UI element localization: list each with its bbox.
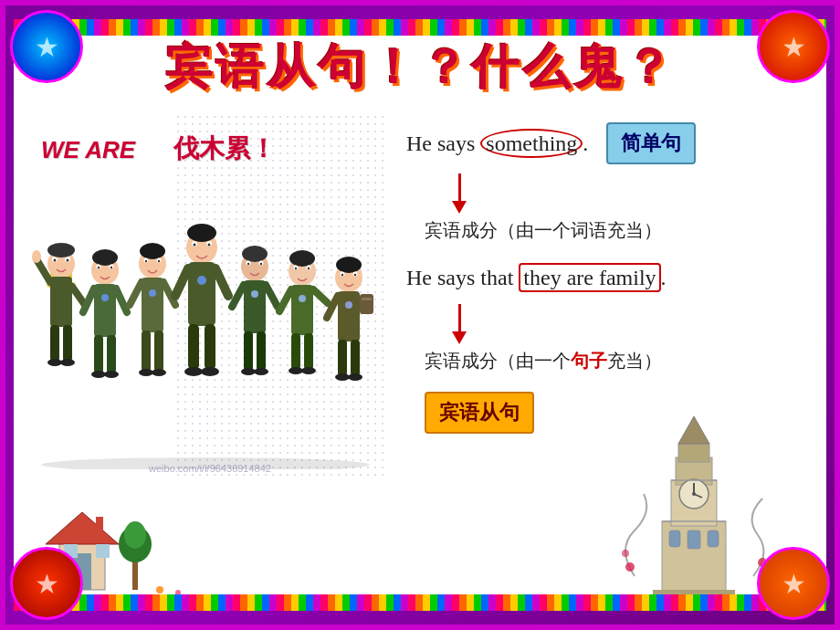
sentence2-before: He says that [406,266,519,289]
arrow2-head [452,331,467,344]
we-are-label: WE ARE [41,136,135,164]
sentence1-highlighted: something [480,129,583,158]
svg-rect-94 [362,298,372,300]
corner-decoration-tr [757,10,830,83]
svg-line-66 [232,285,244,307]
svg-point-5 [54,259,57,262]
desc2-red: 句子 [571,351,607,371]
desc1: 宾语成分（由一个词语充当） [406,218,808,243]
svg-point-10 [32,250,41,263]
svg-point-99 [335,373,350,381]
svg-line-25 [116,289,127,312]
svg-point-23 [101,294,109,301]
outer-border: 宾语从句！？什么鬼？ WE ARE 伐木累！ [0,0,840,630]
svg-rect-8 [50,277,72,327]
svg-rect-112 [708,530,719,547]
sentence1-before: He says [406,131,480,155]
svg-rect-92 [338,291,360,341]
svg-point-37 [149,289,156,297]
svg-point-45 [187,224,216,242]
svg-rect-105 [678,444,709,462]
svg-point-6 [67,259,69,262]
svg-point-62 [247,263,249,265]
svg-point-118 [622,550,629,557]
svg-marker-110 [678,416,709,444]
svg-point-70 [241,368,256,375]
svg-rect-12 [50,325,59,362]
svg-point-95 [345,301,352,309]
svg-point-133 [175,590,181,594]
svg-rect-124 [96,544,110,558]
left-image-area: WE ARE 伐木累！ [32,113,388,478]
chinese-label: 伐木累！ [173,131,276,166]
svg-point-43 [152,369,166,376]
watermark: weibo.com/i/i/96436914842 [149,463,271,474]
svg-point-20 [98,267,100,268]
arrow1 [452,173,467,214]
svg-point-31 [140,243,165,259]
svg-line-53 [215,268,228,296]
svg-line-80 [279,289,291,311]
svg-rect-26 [94,335,103,373]
arrow1-line [458,173,461,201]
cartoon-group-svg [32,195,379,469]
svg-rect-119 [653,590,735,594]
page-title: 宾语从句！？什么鬼？ [164,40,676,93]
svg-point-7 [47,243,75,257]
svg-point-59 [242,246,268,262]
sentence2-row: He says that they are family. [406,266,808,295]
sentence2-after: . [661,266,667,289]
sentence2-highlighted: they are family [519,263,660,292]
svg-point-17 [92,249,118,266]
svg-point-79 [299,295,306,302]
svg-point-15 [60,359,75,366]
svg-point-34 [145,260,147,262]
svg-point-21 [110,267,112,268]
svg-rect-40 [142,331,151,372]
svg-point-116 [625,562,635,572]
svg-rect-41 [154,331,163,372]
arrow1-container [406,173,808,214]
svg-line-38 [130,282,142,305]
corner-decoration-br [757,547,830,620]
svg-rect-97 [338,340,347,376]
svg-point-28 [91,371,106,378]
svg-point-65 [251,290,258,298]
svg-point-91 [354,274,356,276]
svg-line-67 [266,285,278,307]
svg-point-100 [348,373,362,381]
svg-point-56 [184,367,203,376]
sentence2-text: He says that they are family. [406,266,667,290]
svg-point-90 [341,274,343,276]
svg-point-42 [139,369,153,376]
svg-line-11 [72,287,85,305]
svg-rect-69 [257,331,266,371]
svg-rect-50 [188,262,215,326]
desc2-after: 充当） [607,351,662,371]
svg-point-51 [197,276,206,285]
svg-rect-13 [63,325,72,362]
svg-point-87 [336,257,362,273]
corner-decoration-bl [10,547,83,620]
svg-rect-82 [291,333,300,370]
svg-point-77 [308,268,310,269]
svg-rect-78 [291,285,313,335]
svg-point-63 [260,263,262,265]
arrow2-line [458,304,461,331]
arrow2 [452,304,467,344]
svg-point-84 [289,367,303,374]
content-area: 宾语从句！？什么鬼？ WE ARE 伐木累！ [14,19,826,611]
svg-line-24 [83,289,94,312]
desc2: 宾语成分（由一个句子充当） [406,349,808,373]
desc2-before: 宾语成分（由一个 [425,351,571,371]
svg-rect-93 [360,294,373,314]
bottom-decorative-border [14,594,826,611]
svg-point-85 [301,367,316,374]
sentence1-text: He says something. [406,131,588,156]
svg-rect-55 [205,324,215,370]
svg-rect-54 [188,324,199,370]
svg-rect-113 [688,530,700,549]
svg-rect-22 [94,284,116,337]
svg-marker-121 [46,512,119,544]
arrow2-container [406,304,808,344]
